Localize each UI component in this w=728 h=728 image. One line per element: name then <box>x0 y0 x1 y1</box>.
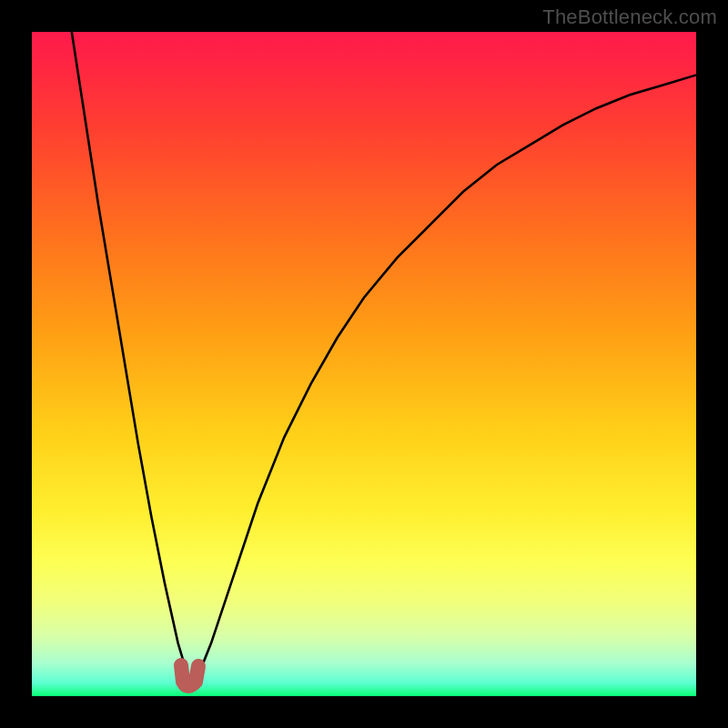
optimal-marker-icon <box>181 665 198 686</box>
chart-svg <box>32 32 696 696</box>
chart-plot-area <box>32 32 696 696</box>
watermark-text: TheBottleneck.com <box>542 5 717 29</box>
bottleneck-curve <box>72 32 696 676</box>
chart-frame: TheBottleneck.com <box>0 0 728 728</box>
